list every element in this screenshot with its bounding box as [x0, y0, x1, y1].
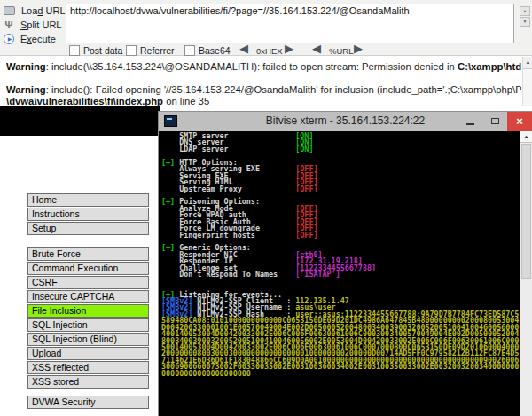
- screen: Load URL Ψ Split URL ▶ Execute http://lo…: [0, 0, 532, 416]
- load-url-icon: [4, 6, 15, 15]
- sidebar-item-insecure-captcha[interactable]: Insecure CAPTCHA: [27, 290, 149, 303]
- scrollbar-thumb[interactable]: [521, 144, 531, 279]
- sidebar-item-file-inclusion[interactable]: File Inclusion: [27, 304, 149, 318]
- sidebar-item-instructions[interactable]: Instructions: [27, 208, 149, 221]
- scroll-up-icon[interactable]: ▲: [520, 6, 530, 16]
- sidebar-item-sql-injection-blind-[interactable]: SQL Injection (Blind): [27, 333, 149, 346]
- sidebar-item-sql-injection[interactable]: SQL Injection: [27, 318, 149, 332]
- terminal-line: Fingerprint hosts [OFF]: [161, 232, 520, 239]
- hex-left-arrow-icon[interactable]: ◀: [239, 43, 248, 55]
- sidebar-item-brute-force[interactable]: Brute Force: [27, 247, 149, 261]
- php-warning-1: Warning: include(\\35.164.153.224\@OSAND…: [6, 61, 521, 72]
- sidebar-item-home[interactable]: Home: [27, 193, 149, 207]
- execute-label: Execute: [20, 34, 56, 44]
- terminal-window: Bitvise xterm - 35.164.153.224:22 × SMTP…: [158, 111, 532, 416]
- url-input[interactable]: http://localhost/dvwa/vulnerabilities/fi…: [66, 4, 514, 43]
- load-url-label: Load URL: [21, 5, 66, 16]
- warnings-area: Warning: include(\\35.164.153.224\@OSAND…: [0, 56, 532, 106]
- split-url-label: Split URL: [20, 20, 61, 30]
- terminal-line: LDAP server [ON]: [161, 146, 520, 153]
- sidebar-item-setup[interactable]: Setup: [27, 222, 149, 235]
- scroll-up-icon[interactable]: ▲: [520, 131, 532, 143]
- execute-button[interactable]: ▶ Execute: [4, 33, 56, 45]
- execute-icon: ▶: [4, 34, 14, 44]
- close-button[interactable]: ×: [507, 112, 532, 131]
- minimize-button[interactable]: [458, 112, 483, 131]
- load-url-button[interactable]: Load URL: [4, 4, 66, 17]
- sidebar-item-upload[interactable]: Upload: [27, 347, 149, 360]
- sidebar-item-dvwa-security[interactable]: DVWA Security: [27, 396, 149, 409]
- scroll-up-icon[interactable]: ▲: [523, 57, 532, 69]
- hex-convert-button[interactable]: 0xHEX: [256, 46, 283, 56]
- maximize-button[interactable]: [483, 112, 507, 131]
- sidebar-item-command-execution[interactable]: Command Execution: [27, 262, 149, 275]
- terminal-titlebar[interactable]: Bitvise xterm - 35.164.153.224:22 ×: [159, 112, 532, 131]
- post-data-checkbox[interactable]: [69, 45, 80, 56]
- terminal-line: [161, 279, 520, 285]
- sidebar-item-xss-stored[interactable]: XSS stored: [27, 375, 149, 389]
- page-scrollbar[interactable]: ▲: [522, 57, 532, 106]
- terminal-body: SMTP server [ON] DNS server [ON] LDAP se…: [160, 131, 520, 416]
- sidebar-item-csrf[interactable]: CSRF: [27, 276, 149, 289]
- dvwa-header-band: [0, 106, 160, 136]
- url-convert-button[interactable]: %URL: [329, 46, 353, 56]
- base64-checkbox[interactable]: [184, 45, 195, 56]
- terminal-line: Don't Respond To Names ['ISATAP']: [161, 271, 520, 278]
- post-data-label: Post data: [83, 45, 122, 56]
- base64-label: Base64: [199, 45, 231, 56]
- sidebar-item-xss-reflected[interactable]: XSS reflected: [27, 361, 149, 374]
- referrer-checkbox[interactable]: [126, 45, 137, 56]
- sidebar: HomeInstructionsSetupBrute ForceCommand …: [27, 193, 149, 410]
- hackbar-toolbar: Load URL Ψ Split URL ▶ Execute http://lo…: [0, 0, 532, 56]
- referrer-label: Referrer: [140, 45, 175, 56]
- sidebar-group: DVWA Security: [27, 396, 149, 409]
- split-url-icon: Ψ: [4, 20, 14, 30]
- terminal-line: 00000000000000000000: [161, 371, 520, 377]
- url-left-arrow-icon[interactable]: ◀: [312, 43, 321, 55]
- hex-right-arrow-icon[interactable]: ▶: [285, 43, 293, 55]
- sidebar-group: Brute ForceCommand ExecutionCSRFInsecure…: [27, 247, 149, 389]
- php-warning-2: Warning: include(): Failed opening '//35…: [6, 84, 521, 95]
- sidebar-group: HomeInstructionsSetup: [27, 193, 149, 235]
- scroll-down-icon[interactable]: ▼: [520, 17, 530, 27]
- terminal-line: Upstream Proxy [OFF]: [161, 186, 520, 192]
- toolbar-scrollbar[interactable]: ▲ ▼: [520, 6, 530, 27]
- split-url-button[interactable]: Ψ Split URL: [4, 19, 61, 31]
- url-right-arrow-icon[interactable]: ▶: [354, 43, 363, 55]
- terminal-scrollbar[interactable]: ▲: [520, 131, 532, 416]
